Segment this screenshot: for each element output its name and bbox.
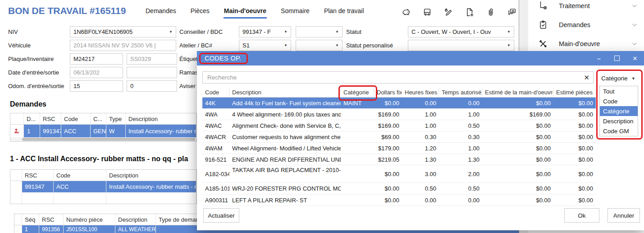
paperclip-icon[interactable] <box>486 7 496 17</box>
col-code[interactable]: Code <box>54 170 106 181</box>
table-row[interactable]: A182-034 TAKTAK AIR BAG REPLACMENT - 201… <box>202 165 596 183</box>
col-description[interactable]: Description <box>106 170 196 181</box>
tab-bar: Demandes Pièces Main-d'oeuvre Sommaire P… <box>145 5 365 19</box>
col-lead[interactable] <box>10 170 22 181</box>
chevron-down-icon[interactable]: ▼ <box>333 30 339 34</box>
statut-perso-combobox[interactable]: ▼ <box>408 40 514 51</box>
filter-option-tout[interactable]: Tout <box>600 86 638 96</box>
plaque-field-1[interactable]: M24217 <box>70 53 123 65</box>
search-input[interactable] <box>206 74 581 81</box>
odom-field-1[interactable]: 15 <box>70 80 123 92</box>
person-check-icon <box>10 125 24 137</box>
atelier-combobox[interactable]: S1▼ <box>239 40 291 51</box>
tab-demandes[interactable]: Demandes <box>145 5 177 19</box>
cancel-button[interactable]: Annuler <box>607 208 640 223</box>
col-description[interactable]: Description <box>115 214 156 225</box>
table-row[interactable]: 916-521 ENGINE AND REAR DIFFERENTIAL UND… <box>202 154 596 165</box>
piggy-bank-icon[interactable] <box>401 7 411 17</box>
sidebar-item-demandes[interactable]: Demandes <box>528 17 644 33</box>
filter-option-code-gm[interactable]: Code GM <box>600 126 638 136</box>
filter-dropdown-list: Tout Code Catégorie Description Code GM <box>599 86 638 136</box>
shuttle-bus-icon[interactable] <box>422 7 432 17</box>
ok-button[interactable]: Ok <box>564 208 599 223</box>
refresh-button[interactable]: Actualiser <box>203 208 239 223</box>
col-rsc[interactable]: RSC <box>40 113 61 124</box>
chevron-down-icon[interactable]: ▼ <box>282 30 288 34</box>
plaque-field-2[interactable]: SS0329 <box>127 53 177 65</box>
conseiller-combobox-2[interactable]: ▼ <box>296 26 343 37</box>
col-icon[interactable] <box>10 113 24 124</box>
niv-combobox[interactable]: 1N6BF0LY4EN106905▼ <box>70 26 176 37</box>
col-estime-mo[interactable]: Estimé de la main-d'oeuvre <box>482 87 553 97</box>
demandes-table-header: D... RSC Code C... Type Description <box>10 113 196 125</box>
close-button[interactable]: ✕ <box>626 51 644 65</box>
table-row-empty[interactable] <box>10 192 196 204</box>
date-field-1[interactable]: 06/13/202 <box>70 67 123 78</box>
chevron-down-icon[interactable]: ▼ <box>282 43 288 47</box>
filter-option-categorie[interactable]: Catégorie <box>600 106 638 116</box>
odom-field-2[interactable]: 0 <box>127 80 177 92</box>
col-estime-pieces[interactable]: Estimé pièces <box>553 87 596 97</box>
col-piece[interactable]: Numéro pièce <box>64 214 115 225</box>
horizontal-scrollbar[interactable] <box>10 137 197 142</box>
col-rsc[interactable]: RSC <box>22 170 54 181</box>
maximize-button[interactable] <box>608 51 626 65</box>
col-description[interactable]: Description <box>229 87 341 97</box>
table-row[interactable]: 1 991347 ACC GEN W Install Accessory- ru… <box>10 125 196 137</box>
dialog-titlebar[interactable]: CODES OP. – ✕ <box>197 51 644 65</box>
chevron-down-icon[interactable] <box>631 22 638 28</box>
col-heures-fixes[interactable]: Heures fixes <box>402 87 439 97</box>
table-row[interactable]: 4WACR Customer requests to have alignmen… <box>202 131 596 143</box>
table-row[interactable]: 4WA 4 Wheel alignment- 169.00 plus taxes… <box>202 109 596 120</box>
minimize-button[interactable]: – <box>590 51 608 65</box>
table-row[interactable]: 4WAC Alignment Check- done with Service … <box>202 120 596 131</box>
etiquette-label: Étiquett <box>179 56 199 62</box>
col-c[interactable]: C... <box>91 113 106 124</box>
filter-option-description[interactable]: Description <box>600 116 638 126</box>
tab-plan-de-travail[interactable]: Plan de travail <box>324 5 365 19</box>
tab-sommaire[interactable]: Sommaire <box>280 5 310 19</box>
vehicule-field[interactable]: 2014 NISSAN NV SV 2500 V6 | <box>70 40 176 51</box>
col-dollars-fixe[interactable]: Dollars fixe <box>374 87 402 97</box>
date-field-2[interactable] <box>127 67 177 78</box>
chevron-down-icon[interactable]: ▼ <box>505 30 511 34</box>
statut-combobox[interactable]: C - Ouvert, W - Ouvert, I - Ouv▼ <box>408 26 514 37</box>
col-description[interactable]: Description <box>126 113 196 124</box>
document-add-icon[interactable] <box>465 7 475 17</box>
document-gear-icon <box>538 1 548 11</box>
sidebar-item-main-doeuvre[interactable]: Main-d'oeuvre <box>528 36 644 51</box>
atelier-label: Atelier / BC# <box>179 42 212 49</box>
chevron-down-icon[interactable]: ▼ <box>167 30 173 34</box>
table-row[interactable]: A900311 LEFT A PILLAR REPAIR- ST $0.00 0… <box>202 195 596 206</box>
col-code[interactable]: Code <box>61 113 91 124</box>
table-row[interactable]: 4WAM Wheel Alignment- Modified / Lifted … <box>202 143 596 154</box>
clear-search-icon[interactable]: ✕ <box>581 74 589 82</box>
chevron-down-icon[interactable] <box>631 3 638 9</box>
col-d[interactable]: D... <box>24 113 40 124</box>
chevron-down-icon[interactable]: ▼ <box>505 43 511 47</box>
table-row[interactable]: 44K Add 44k to Fuel tank- Fuel system cl… <box>202 98 596 109</box>
niv-label: NIV <box>8 28 18 35</box>
sidebar-item-traitement[interactable]: Traitement <box>528 0 644 14</box>
col-seq[interactable]: Séq <box>22 214 39 225</box>
request-detail-heading: 1 - ACC Install Accessory- rubber matts … <box>10 155 188 163</box>
comments-icon[interactable] <box>507 7 517 17</box>
scrollbar-thumb[interactable] <box>22 138 195 141</box>
table-row[interactable]: 991347 ACC Install Accessory- rubber mat… <box>10 181 196 192</box>
chevron-down-icon[interactable] <box>631 41 638 47</box>
col-lead[interactable] <box>14 214 22 225</box>
atelier-combobox-2[interactable]: ▼ <box>296 40 343 51</box>
conseiller-combobox[interactable]: 991347 - F▼ <box>239 26 291 37</box>
col-rsc[interactable]: RSC <box>39 214 64 225</box>
chevron-down-icon[interactable]: ▼ <box>333 43 339 47</box>
col-type[interactable]: Type <box>106 113 126 124</box>
pencil-lock-icon[interactable] <box>443 7 453 17</box>
table-row[interactable]: A185-101 WRJ-20 FORESTER PRG CONTROL MOD… <box>202 183 596 195</box>
filter-dropdown[interactable]: Catégorie ▼ <box>599 73 637 84</box>
col-code[interactable]: Code <box>202 87 229 97</box>
col-temps-autorise[interactable]: Temps autorisé <box>439 87 482 97</box>
filter-option-code[interactable]: Code <box>600 96 638 106</box>
col-categorie[interactable]: Catégorie <box>341 87 374 97</box>
tab-pieces[interactable]: Pièces <box>190 5 210 19</box>
tab-main-doeuvre[interactable]: Main-d'oeuvre <box>224 5 267 19</box>
